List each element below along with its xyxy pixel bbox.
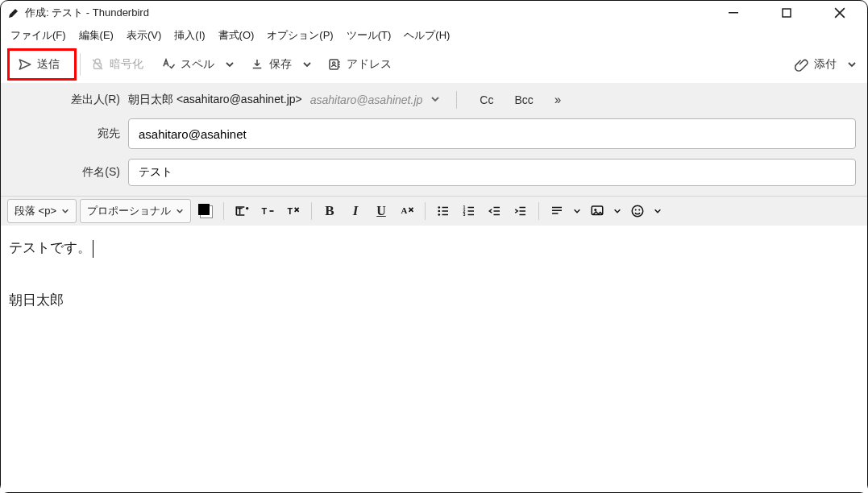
svg-text:T: T <box>288 206 293 216</box>
font-select[interactable]: プロポーショナル <box>80 199 191 223</box>
titlebar: 作成: テスト - Thunderbird <box>1 1 867 25</box>
lock-slash-icon <box>90 57 105 72</box>
image-icon <box>590 204 604 218</box>
chevron-down-icon <box>61 207 69 215</box>
chevron-down-icon <box>573 207 581 215</box>
align-icon <box>550 204 564 218</box>
more-fields-button[interactable]: ›​› <box>548 93 567 107</box>
subject-row: 件名(S) <box>1 159 856 186</box>
menu-help[interactable]: ヘルプ(H) <box>397 27 456 44</box>
indent-button[interactable] <box>509 200 532 222</box>
spell-button[interactable]: スペル <box>155 54 221 75</box>
from-row: 差出人(R) 朝日太郎 <asahitaro@asahinet.jp> asah… <box>1 91 856 109</box>
spellcheck-icon <box>161 57 176 72</box>
color-swatch-icon <box>198 204 213 218</box>
from-identity-extra: asahitaro@asahinet.jp <box>310 93 423 106</box>
insert-image-button[interactable] <box>586 200 608 222</box>
smile-icon <box>630 204 645 218</box>
chevron-down-icon <box>847 60 857 69</box>
chevron-down-icon <box>302 60 312 69</box>
emoji-dropdown[interactable] <box>652 200 663 222</box>
toolbar: 送信 暗号化 スペル 保存 アドレス <box>1 46 867 83</box>
underline-button[interactable]: U <box>370 200 392 222</box>
svg-point-18 <box>635 209 637 211</box>
menu-options[interactable]: オプション(P) <box>260 27 339 44</box>
to-label: 宛先 <box>1 126 120 141</box>
decrease-font-button[interactable]: T <box>256 200 279 222</box>
save-dropdown[interactable] <box>298 53 316 76</box>
attach-button[interactable]: 添付 <box>788 54 843 75</box>
block-format-select[interactable]: 段落 <p> <box>7 199 77 223</box>
attach-dropdown[interactable] <box>843 53 861 76</box>
cc-button[interactable]: Cc <box>473 92 500 108</box>
spell-dropdown[interactable] <box>221 53 239 76</box>
outdent-button[interactable] <box>484 200 506 222</box>
outdent-icon <box>488 204 502 218</box>
to-field-box[interactable] <box>128 118 856 149</box>
menubar: ファイル(F) 編集(E) 表示(V) 挿入(I) 書式(O) オプション(P)… <box>1 25 867 46</box>
insert-image-dropdown[interactable] <box>612 200 623 222</box>
menu-file[interactable]: ファイル(F) <box>4 27 73 44</box>
download-icon <box>250 57 264 72</box>
text-color-button[interactable] <box>194 200 217 222</box>
indent-icon <box>513 204 528 218</box>
from-dropdown[interactable] <box>430 93 440 106</box>
minimize-button[interactable] <box>717 2 750 24</box>
send-button-highlight: 送信 <box>7 48 77 81</box>
body-line-1: テストです。 <box>9 235 859 261</box>
subject-input[interactable] <box>137 165 847 180</box>
from-identity[interactable]: 朝日太郎 <asahitaro@asahinet.jp> <box>128 93 302 107</box>
align-menu-button[interactable] <box>546 200 568 222</box>
save-button[interactable]: 保存 <box>243 54 298 75</box>
svg-text:3: 3 <box>463 212 466 217</box>
to-input[interactable] <box>137 126 847 142</box>
increase-font-button[interactable]: T <box>230 200 253 222</box>
font-increase-icon: T <box>234 203 250 219</box>
close-button[interactable] <box>824 2 856 24</box>
body-line-2: 朝日太郎 <box>9 288 859 313</box>
menu-view[interactable]: 表示(V) <box>120 27 168 44</box>
from-label: 差出人(R) <box>1 93 120 107</box>
subject-label: 件名(S) <box>1 165 120 180</box>
menu-tools[interactable]: ツール(T) <box>340 27 398 44</box>
italic-button[interactable]: I <box>344 200 367 222</box>
svg-rect-1 <box>783 9 791 17</box>
remove-style-button[interactable]: A <box>396 200 418 222</box>
remove-style-icon: A <box>399 203 415 219</box>
svg-point-19 <box>638 209 640 211</box>
svg-point-17 <box>632 205 643 217</box>
encrypt-button[interactable]: 暗号化 <box>84 54 150 75</box>
font-value: プロポーショナル <box>87 204 171 218</box>
maximize-button[interactable] <box>770 2 803 24</box>
encrypt-label: 暗号化 <box>110 57 143 72</box>
align-menu-dropdown[interactable] <box>571 200 583 222</box>
save-label: 保存 <box>269 57 292 72</box>
bold-button[interactable]: B <box>318 200 341 222</box>
attach-label: 添付 <box>814 57 837 72</box>
headers-area: 差出人(R) 朝日太郎 <asahitaro@asahinet.jp> asah… <box>1 83 867 196</box>
message-body[interactable]: テストです。 朝日太郎 <box>1 226 867 492</box>
to-row: 宛先 <box>1 118 856 149</box>
svg-point-11 <box>438 213 440 216</box>
number-list-button[interactable]: 123 <box>458 200 480 222</box>
emoji-button[interactable] <box>626 200 649 222</box>
chevron-down-icon <box>176 207 184 215</box>
bcc-button[interactable]: Bcc <box>508 92 539 108</box>
send-button[interactable]: 送信 <box>11 54 66 75</box>
subject-field-box[interactable] <box>128 159 856 186</box>
svg-rect-0 <box>729 12 738 14</box>
menu-edit[interactable]: 編集(E) <box>73 27 120 44</box>
clear-format-button[interactable]: T <box>282 200 305 222</box>
separator <box>80 53 81 76</box>
separator <box>538 202 539 220</box>
addressbook-icon <box>327 57 342 72</box>
separator <box>311 202 312 220</box>
svg-point-10 <box>438 210 440 213</box>
menu-insert[interactable]: 挿入(I) <box>168 27 211 44</box>
pencil-icon <box>7 6 20 19</box>
paperclip-icon <box>795 57 809 72</box>
svg-text:A: A <box>401 205 408 215</box>
address-button[interactable]: アドレス <box>321 54 398 75</box>
menu-format[interactable]: 書式(O) <box>212 27 261 44</box>
bullet-list-button[interactable] <box>432 200 455 222</box>
